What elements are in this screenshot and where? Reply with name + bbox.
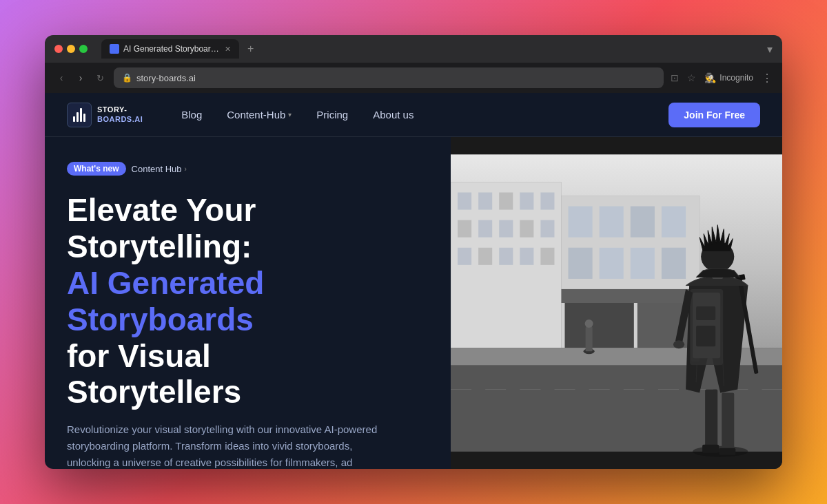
- incognito-label: Incognito: [719, 73, 753, 83]
- logo[interactable]: STORY- BOARDS.AI: [67, 103, 143, 127]
- svg-rect-17: [520, 248, 533, 265]
- breadcrumb-chevron-icon: ›: [185, 165, 187, 173]
- svg-rect-48: [696, 306, 715, 320]
- refresh-button[interactable]: ↻: [93, 73, 107, 83]
- logo-text: STORY- BOARDS.AI: [97, 105, 143, 123]
- hero-left: What's new Content Hub › Elevate Your St…: [45, 137, 451, 469]
- svg-rect-13: [540, 220, 554, 238]
- svg-rect-14: [458, 248, 471, 265]
- breadcrumb-bar: What's new Content Hub ›: [67, 162, 429, 176]
- hero-svg: [451, 137, 783, 469]
- svg-rect-30: [661, 248, 685, 279]
- hero-illustration: [451, 137, 783, 469]
- svg-rect-9: [458, 220, 471, 238]
- browser-titlebar: AI Generated Storyboards Fo... ✕ + ▾: [45, 35, 782, 63]
- svg-rect-7: [520, 193, 533, 210]
- close-window-button[interactable]: [54, 45, 63, 53]
- content-hub-breadcrumb[interactable]: Content Hub ›: [132, 164, 187, 174]
- bookmark-icon[interactable]: ☆: [687, 72, 696, 83]
- tab-favicon-icon: [110, 44, 119, 54]
- url-display: story-boards.ai: [136, 73, 196, 83]
- hero-image-panel: [451, 137, 783, 469]
- tab-bar: AI Generated Storyboards Fo... ✕ +: [101, 39, 762, 59]
- svg-rect-49: [696, 326, 715, 346]
- active-tab[interactable]: AI Generated Storyboards Fo... ✕: [101, 39, 239, 59]
- svg-rect-38: [705, 389, 717, 451]
- forward-button[interactable]: ›: [74, 72, 88, 83]
- website-content: STORY- BOARDS.AI Blog Content-Hub ▾ Pric…: [45, 93, 782, 469]
- window-dropdown-icon[interactable]: ▾: [767, 43, 773, 56]
- svg-rect-4: [458, 193, 471, 210]
- address-bar: ‹ › ↻ 🔒 story-boards.ai ⊡ ☆ 🕵 Incognito …: [45, 63, 782, 93]
- svg-rect-21: [564, 303, 633, 348]
- svg-rect-26: [661, 207, 685, 238]
- lock-icon: 🔒: [122, 73, 132, 83]
- svg-rect-23: [568, 207, 592, 238]
- svg-rect-18: [540, 248, 554, 265]
- hero-description: Revolutionize your visual storytelling w…: [67, 421, 384, 469]
- nav-link-pricing[interactable]: Pricing: [305, 103, 359, 126]
- join-for-free-button[interactable]: Join For Free: [668, 103, 760, 127]
- browser-chrome: AI Generated Storyboards Fo... ✕ + ▾ ‹ ›…: [45, 35, 782, 93]
- svg-rect-39: [722, 392, 734, 451]
- traffic-lights: [54, 45, 88, 53]
- svg-rect-35: [585, 327, 592, 351]
- nav-link-about[interactable]: About us: [362, 103, 425, 126]
- maximize-window-button[interactable]: [79, 45, 88, 53]
- svg-rect-10: [478, 220, 492, 238]
- svg-rect-27: [568, 248, 592, 279]
- address-box[interactable]: 🔒 story-boards.ai: [114, 67, 664, 88]
- svg-rect-29: [630, 248, 654, 279]
- cast-icon[interactable]: ⊡: [671, 72, 679, 83]
- svg-rect-47: [693, 293, 720, 358]
- address-actions: ⊡ ☆ 🕵 Incognito ⋮: [671, 72, 773, 85]
- browser-menu-button[interactable]: ⋮: [762, 72, 773, 85]
- incognito-icon: 🕵: [704, 72, 716, 83]
- hero-heading: Elevate Your Storytelling: AI Generated …: [67, 192, 429, 410]
- svg-rect-24: [599, 207, 623, 238]
- svg-point-54: [673, 340, 684, 348]
- tab-title: AI Generated Storyboards Fo...: [123, 44, 221, 54]
- svg-rect-11: [499, 220, 513, 238]
- svg-rect-15: [478, 248, 492, 265]
- svg-rect-28: [599, 248, 623, 279]
- svg-rect-41: [719, 448, 735, 455]
- svg-rect-16: [499, 248, 513, 265]
- whats-new-badge[interactable]: What's new: [67, 162, 126, 176]
- site-navigation: STORY- BOARDS.AI Blog Content-Hub ▾ Pric…: [45, 93, 782, 137]
- hero-section: What's new Content Hub › Elevate Your St…: [45, 137, 782, 469]
- svg-rect-6: [499, 193, 513, 210]
- nav-buttons: ‹ › ↻: [54, 72, 107, 83]
- new-tab-button[interactable]: +: [242, 41, 259, 56]
- tab-close-icon[interactable]: ✕: [225, 45, 231, 54]
- svg-rect-20: [561, 289, 700, 303]
- svg-rect-5: [478, 193, 492, 210]
- svg-point-36: [584, 319, 593, 328]
- chevron-down-icon: ▾: [288, 111, 292, 118]
- svg-rect-25: [630, 207, 654, 238]
- svg-rect-12: [520, 220, 533, 238]
- incognito-badge: 🕵 Incognito: [704, 72, 753, 83]
- logo-bars-icon: [73, 108, 85, 122]
- svg-rect-40: [702, 445, 719, 453]
- browser-window: AI Generated Storyboards Fo... ✕ + ▾ ‹ ›…: [45, 35, 782, 469]
- minimize-window-button[interactable]: [67, 45, 75, 53]
- logo-icon: [67, 103, 92, 127]
- nav-link-blog[interactable]: Blog: [170, 103, 213, 126]
- nav-link-content-hub[interactable]: Content-Hub ▾: [216, 103, 303, 126]
- svg-rect-8: [540, 193, 554, 210]
- nav-links: Blog Content-Hub ▾ Pricing About us: [170, 103, 668, 126]
- back-button[interactable]: ‹: [54, 72, 68, 83]
